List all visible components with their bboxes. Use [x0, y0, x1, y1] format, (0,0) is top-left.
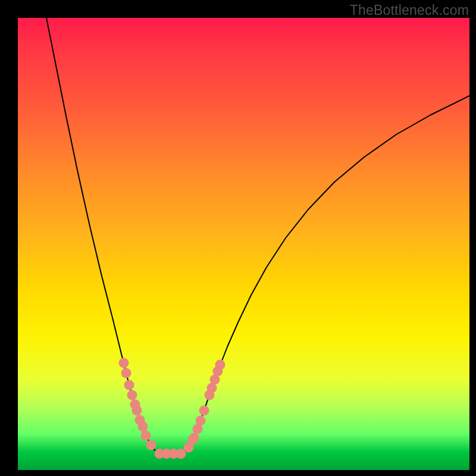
- data-dot: [176, 449, 186, 459]
- data-dot: [119, 358, 129, 368]
- data-dot: [135, 415, 145, 425]
- plot-area: [18, 18, 469, 470]
- data-dot: [130, 400, 140, 410]
- data-dot: [210, 375, 220, 385]
- chart-svg: [18, 18, 469, 470]
- data-dot: [199, 406, 209, 416]
- data-dot: [141, 431, 151, 441]
- data-dot: [213, 367, 223, 377]
- attribution-label: TheBottleneck.com: [350, 2, 469, 18]
- curve-left: [46, 18, 161, 454]
- data-dots: [119, 358, 226, 459]
- data-dot: [155, 449, 165, 459]
- data-dot: [127, 390, 137, 400]
- data-dot: [138, 422, 148, 432]
- data-dot: [193, 424, 203, 434]
- data-dot: [184, 443, 194, 453]
- data-dot: [132, 406, 142, 416]
- data-dot: [189, 433, 199, 443]
- data-dot: [169, 449, 179, 459]
- data-dot: [205, 390, 215, 400]
- chart-frame: TheBottleneck.com: [0, 0, 476, 476]
- data-dot: [215, 360, 226, 370]
- data-dot: [188, 435, 198, 445]
- curve-right: [181, 96, 469, 454]
- data-dot: [162, 449, 172, 459]
- data-dot: [124, 380, 134, 390]
- data-dot: [121, 368, 131, 378]
- data-dot: [146, 440, 156, 450]
- data-dot: [196, 416, 206, 426]
- data-dot: [207, 383, 217, 393]
